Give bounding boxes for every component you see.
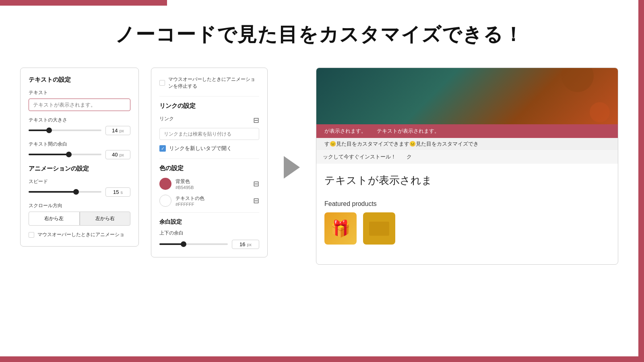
text-settings-title: テキストの設定: [29, 76, 130, 84]
direction-row: 右から左 左から右: [29, 212, 130, 226]
padding-unit: px: [247, 242, 252, 247]
bg-color-info: 背景色 #B5495B: [175, 178, 194, 190]
bg-color-label: 背景色: [175, 178, 194, 185]
text-size-slider-row: 14 px: [29, 126, 130, 135]
speed-thumb[interactable]: [73, 189, 79, 195]
speed-slider-row: 15 s: [29, 187, 130, 197]
text-size-unit: px: [119, 128, 124, 133]
main-content: ノーコードで見た目をカスタマイズできる！ テキストの設定 テキスト テキストの大…: [0, 6, 638, 356]
direction-left-button[interactable]: 左から右: [80, 212, 131, 226]
text-color-circle[interactable]: [159, 195, 171, 207]
top-red-bar: [0, 0, 167, 6]
marquee-text-light: す😐見た目をカスタマイズできます😐見た目をカスタマイズでき: [316, 140, 487, 148]
speed-fill: [29, 191, 76, 193]
spacing-slider-container[interactable]: [29, 154, 101, 156]
speed-slider-container[interactable]: [29, 191, 101, 193]
bg-color-db-icon[interactable]: ⊟: [253, 179, 259, 188]
padding-slider-container[interactable]: [159, 243, 228, 246]
hover-checkbox-row: マウスオーバーしたときにアニメーショ: [29, 231, 130, 238]
divider-1: [159, 96, 259, 97]
speed-track: [29, 191, 101, 193]
link-input-field[interactable]: [159, 128, 259, 140]
padding-slider-row: 16 px: [159, 240, 259, 249]
top-checkbox-row: マウスオーバーしたときにアニメーションを停止する: [159, 76, 259, 90]
arrow-column: [280, 68, 304, 179]
hover-checkbox[interactable]: [29, 232, 34, 238]
bg-color-row: 背景色 #B5495B ⊟: [159, 178, 259, 190]
product-card-box: [363, 212, 395, 245]
top-checkbox-label: マウスオーバーしたときにアニメーションを停止する: [168, 76, 259, 90]
link-db-icon[interactable]: ⊟: [253, 116, 259, 125]
text-size-value: 14: [112, 128, 118, 134]
product-box-inner: [369, 222, 389, 236]
speed-value: 15: [113, 189, 119, 195]
text-size-label: テキストの大きさ: [29, 117, 130, 123]
padding-value: 16: [239, 241, 245, 247]
spacing-label: テキスト間の余白: [29, 141, 130, 148]
link-label-row: リンク ⊟: [159, 115, 259, 125]
speed-value-box: 15 s: [105, 187, 130, 197]
product-card-gift: 🎁: [324, 212, 357, 245]
text-size-track: [29, 130, 101, 131]
direction-label: スクロール方向: [29, 202, 130, 209]
text-input-field[interactable]: [29, 99, 130, 111]
deco-circle-2: [590, 102, 610, 122]
link-section-title: リンクの設定: [159, 102, 259, 110]
left-panel: テキストの設定 テキスト テキストの大きさ 14 px テキスト間の余白: [20, 68, 139, 247]
preview-marquee-bar-pink: が表示されます。 テキストが表示されます。: [316, 124, 618, 138]
spacing-value: 40: [112, 152, 118, 158]
spacing-unit: px: [119, 152, 124, 157]
ticker-text: ックして今すぐインストール！ ク: [323, 153, 412, 160]
right-red-bar: [638, 0, 644, 362]
text-color-label: テキストの色: [175, 195, 204, 202]
bottom-red-bar: [0, 356, 644, 362]
panels-row: テキストの設定 テキスト テキストの大きさ 14 px テキスト間の余白: [20, 68, 618, 265]
link-label: リンク: [159, 115, 174, 122]
right-preview: が表示されます。 テキストが表示されます。 す😐見た目をカスタマイズできます😐見…: [316, 68, 618, 265]
padding-thumb[interactable]: [181, 241, 186, 247]
new-tab-checkbox[interactable]: [159, 145, 166, 152]
text-color-swatch: テキストの色 #FFFFFF: [159, 195, 204, 207]
featured-products-title: Featured products: [324, 200, 610, 208]
text-color-db-icon[interactable]: ⊟: [253, 196, 259, 205]
spacing-thumb[interactable]: [66, 152, 72, 157]
direction-right-button[interactable]: 右から左: [29, 212, 80, 226]
margin-section-title: 余白設定: [159, 218, 259, 226]
preview-big-text: テキストが表示されま: [324, 173, 610, 187]
spacing-slider-row: 40 px: [29, 150, 130, 159]
text-color-hex: #FFFFFF: [175, 202, 204, 207]
speed-unit: s: [120, 190, 123, 195]
speed-label: スピード: [29, 178, 130, 185]
new-tab-label: リンクを新しいタブで開く: [169, 145, 232, 152]
bg-color-circle[interactable]: [159, 178, 171, 190]
text-color-info: テキストの色 #FFFFFF: [175, 195, 204, 207]
spacing-value-box: 40 px: [105, 150, 130, 159]
bg-color-hex: #B5495B: [175, 185, 194, 190]
preview-ticker-bar: ックして今すぐインストール！ ク: [316, 150, 618, 164]
deco-circle-1: [561, 68, 594, 92]
spacing-fill: [29, 154, 69, 155]
text-size-value-box: 14 px: [105, 126, 130, 135]
preview-hero-image: [316, 68, 618, 124]
divider-3: [159, 212, 259, 213]
new-tab-row: リンクを新しいタブで開く: [159, 145, 259, 152]
preview-marquee-bar-light: す😐見た目をカスタマイズできます😐見た目をカスタマイズでき: [316, 138, 618, 150]
text-size-slider-container[interactable]: [29, 130, 101, 132]
marquee-text-pink: が表示されます。 テキストが表示されます。: [316, 128, 448, 135]
padding-track: [159, 243, 228, 245]
padding-value-box: 16 px: [232, 240, 259, 249]
top-checkbox[interactable]: [159, 80, 165, 86]
padding-fill: [159, 243, 184, 245]
hover-checkbox-label: マウスオーバーしたときにアニメーショ: [37, 231, 124, 238]
gift-emoji: 🎁: [330, 220, 351, 237]
animation-settings-title: アニメーションの設定: [29, 165, 130, 173]
preview-featured: Featured products 🎁: [316, 196, 618, 249]
featured-products-row: 🎁: [324, 212, 610, 245]
text-size-thumb[interactable]: [46, 128, 52, 133]
color-section-title: 色の設定: [159, 165, 259, 172]
text-field-label: テキスト: [29, 89, 130, 96]
padding-label: 上下の余白: [159, 230, 259, 237]
bg-color-swatch: 背景色 #B5495B: [159, 178, 194, 190]
text-color-row: テキストの色 #FFFFFF ⊟: [159, 195, 259, 207]
middle-panel: マウスオーバーしたときにアニメーションを停止する リンクの設定 リンク ⊟ リン…: [151, 68, 268, 257]
